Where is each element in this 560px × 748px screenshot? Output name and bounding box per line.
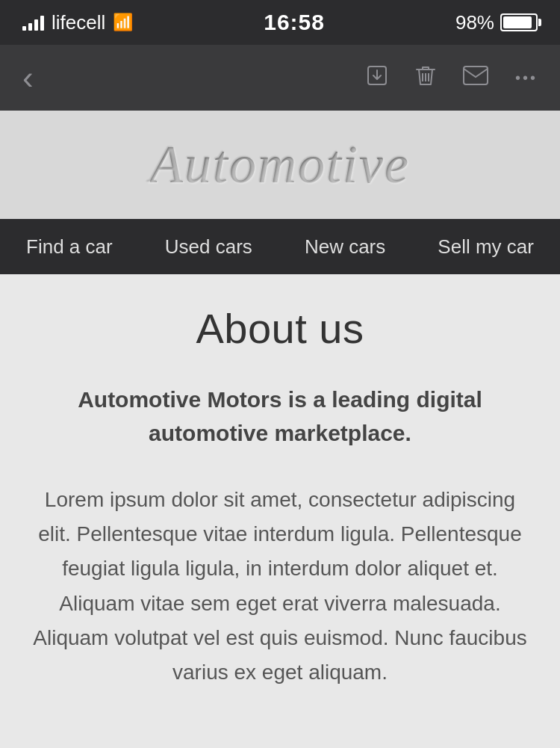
site-header: Automotive (0, 111, 560, 219)
site-logo: Automotive (150, 134, 410, 196)
body-text: Lorem ipsum dolor sit amet, consectetur … (30, 483, 530, 690)
toolbar-left: ‹ (22, 61, 34, 94)
toolbar-right: ••• (366, 64, 538, 92)
carrier-name: lifecell (52, 11, 105, 34)
back-button[interactable]: ‹ (22, 61, 34, 94)
mail-icon[interactable] (463, 65, 488, 90)
signal-bar-3 (34, 19, 38, 31)
signal-bars-icon (22, 14, 44, 31)
battery-icon (500, 13, 538, 31)
signal-bar-4 (40, 16, 44, 31)
more-icon[interactable]: ••• (515, 69, 538, 87)
nav-used-cars[interactable]: Used cars (158, 235, 260, 259)
page-title: About us (30, 304, 530, 353)
lead-text: Automotive Motors is a leading digital a… (30, 383, 530, 450)
download-icon[interactable] (366, 64, 388, 92)
signal-bar-2 (28, 23, 32, 31)
battery-fill (503, 16, 532, 28)
wifi-icon: 📶 (113, 13, 133, 32)
battery-percent: 98% (455, 11, 494, 34)
nav-sell-my-car[interactable]: Sell my car (430, 235, 541, 259)
status-left: lifecell 📶 (22, 11, 133, 34)
nav-find-a-car[interactable]: Find a car (19, 235, 120, 259)
site-nav: Find a car Used cars New cars Sell my ca… (0, 219, 560, 274)
status-bar: lifecell 📶 16:58 98% (0, 0, 560, 45)
delete-icon[interactable] (415, 64, 436, 92)
nav-new-cars[interactable]: New cars (297, 235, 393, 259)
signal-bar-1 (22, 26, 26, 31)
browser-toolbar: ‹ ••• (0, 45, 560, 111)
status-right: 98% (455, 11, 538, 34)
main-content: About us Automotive Motors is a leading … (0, 274, 560, 735)
status-time: 16:58 (264, 10, 325, 35)
svg-rect-4 (464, 67, 488, 84)
